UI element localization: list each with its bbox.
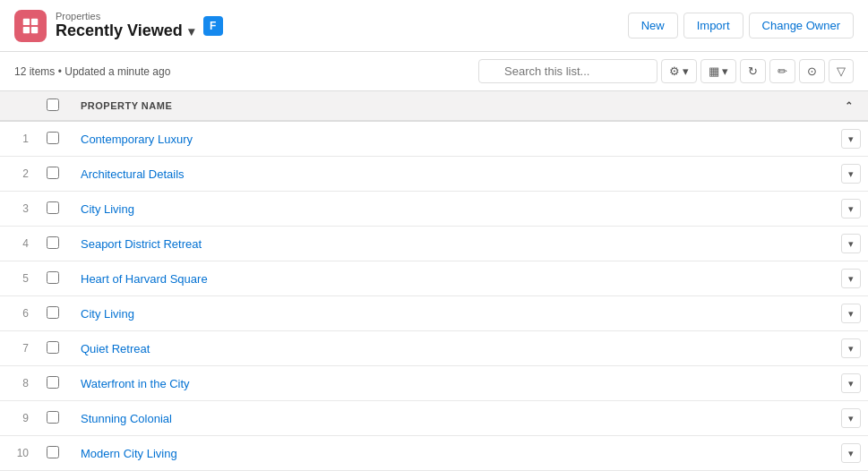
row-property-name: City Living — [70, 296, 830, 331]
row-checkbox[interactable] — [47, 236, 59, 249]
col-property-name: PROPERTY NAME — [70, 91, 830, 121]
row-action-dropdown[interactable]: ▾ — [841, 304, 861, 323]
row-checkbox[interactable] — [47, 446, 59, 458]
row-checkbox[interactable] — [47, 341, 59, 354]
row-checkbox-cell — [36, 331, 70, 366]
table-body: 1 Contemporary Luxury ▾ 2 Architectural … — [0, 121, 868, 471]
table-container: PROPERTY NAME ⌃ 1 Contemporary Luxury ▾ … — [0, 91, 868, 471]
toolbar-right: 🔍 ⚙ ▾ ▦ ▾ ↻ ✏ ⊙ ▽ — [478, 59, 854, 83]
table-row: 8 Waterfront in the City ▾ — [0, 366, 868, 401]
property-link[interactable]: City Living — [81, 307, 134, 321]
refresh-button[interactable]: ↻ — [740, 59, 766, 83]
settings-button[interactable]: ⚙ ▾ — [661, 59, 697, 83]
row-checkbox[interactable] — [47, 271, 59, 284]
edit-button[interactable]: ✏ — [769, 59, 795, 83]
row-checkbox[interactable] — [47, 306, 59, 319]
row-checkbox[interactable] — [47, 201, 59, 214]
row-dropdown-cell: ▾ — [830, 436, 868, 471]
row-action-dropdown[interactable]: ▾ — [841, 443, 861, 463]
import-button[interactable]: Import — [683, 13, 743, 39]
share-button[interactable]: ⊙ — [799, 59, 825, 83]
property-link[interactable]: Heart of Harvard Square — [81, 272, 208, 286]
pin-badge[interactable]: F — [203, 16, 223, 36]
row-dropdown-cell: ▾ — [830, 366, 868, 401]
row-dropdown-cell: ▾ — [830, 401, 868, 436]
row-checkbox[interactable] — [47, 411, 59, 424]
new-button[interactable]: New — [628, 13, 678, 39]
filter-icon: ▽ — [837, 64, 846, 78]
view-name-row: Recently Viewed ▾ — [56, 21, 194, 40]
row-dropdown-cell: ▾ — [830, 121, 868, 157]
row-checkbox-cell — [36, 157, 70, 192]
row-checkbox[interactable] — [47, 376, 59, 389]
view-name-label: Recently Viewed — [56, 21, 183, 40]
col-num — [0, 91, 36, 121]
row-checkbox-cell — [36, 121, 70, 157]
table-row: 6 City Living ▾ — [0, 296, 868, 331]
property-link[interactable]: Architectural Details — [81, 167, 185, 181]
row-checkbox-cell — [36, 192, 70, 227]
row-num: 9 — [0, 401, 36, 436]
row-num: 10 — [0, 436, 36, 471]
row-action-dropdown[interactable]: ▾ — [841, 129, 861, 149]
table-row: 10 Modern City Living ▾ — [0, 436, 868, 471]
filter-button[interactable]: ▽ — [829, 59, 854, 83]
collapse-icon[interactable]: ⌃ — [845, 100, 854, 111]
property-link[interactable]: City Living — [81, 202, 134, 216]
header-right: New Import Change Owner — [628, 13, 854, 39]
property-link[interactable]: Waterfront in the City — [81, 377, 190, 390]
property-link[interactable]: Quiet Retreat — [81, 342, 150, 355]
settings-chevron-icon: ▾ — [683, 64, 689, 78]
columns-button[interactable]: ▦ ▾ — [700, 59, 736, 83]
col-expand: ⌃ — [830, 91, 868, 121]
app-icon — [14, 10, 47, 42]
row-checkbox[interactable] — [47, 132, 59, 144]
share-icon: ⊙ — [807, 64, 817, 78]
row-action-dropdown[interactable]: ▾ — [841, 199, 861, 218]
change-owner-button[interactable]: Change Owner — [749, 13, 854, 39]
row-num: 1 — [0, 121, 36, 157]
header-bar: Properties Recently Viewed ▾ F New Impor… — [0, 0, 868, 52]
property-link[interactable]: Modern City Living — [81, 447, 177, 460]
row-action-dropdown[interactable]: ▾ — [841, 373, 861, 393]
row-dropdown-cell: ▾ — [830, 227, 868, 261]
view-name-chevron-icon[interactable]: ▾ — [188, 24, 194, 39]
table-row: 2 Architectural Details ▾ — [0, 157, 868, 192]
columns-chevron-icon: ▾ — [722, 64, 728, 78]
table-row: 1 Contemporary Luxury ▾ — [0, 121, 868, 157]
select-all-checkbox[interactable] — [47, 98, 59, 111]
pencil-icon: ✏ — [778, 64, 787, 78]
row-checkbox-cell — [36, 401, 70, 436]
svg-rect-2 — [23, 26, 30, 32]
header-left: Properties Recently Viewed ▾ F — [14, 10, 223, 42]
table-row: 4 Seaport District Retreat ▾ — [0, 227, 868, 261]
row-property-name: Contemporary Luxury — [70, 121, 830, 157]
row-num: 6 — [0, 296, 36, 331]
row-num: 7 — [0, 331, 36, 366]
property-link[interactable]: Seaport District Retreat — [81, 237, 202, 251]
row-property-name: Stunning Colonial — [70, 401, 830, 436]
row-action-dropdown[interactable]: ▾ — [841, 408, 861, 428]
table-row: 5 Heart of Harvard Square ▾ — [0, 261, 868, 296]
row-property-name: Heart of Harvard Square — [70, 261, 830, 296]
property-link[interactable]: Stunning Colonial — [81, 412, 172, 425]
row-action-dropdown[interactable]: ▾ — [841, 269, 861, 288]
header-titles: Properties Recently Viewed ▾ — [56, 11, 194, 40]
table-header-row: PROPERTY NAME ⌃ — [0, 91, 868, 121]
row-action-dropdown[interactable]: ▾ — [841, 234, 861, 253]
row-checkbox-cell — [36, 261, 70, 296]
search-input[interactable] — [478, 59, 657, 83]
table-row: 3 City Living ▾ — [0, 192, 868, 227]
row-property-name: Modern City Living — [70, 436, 830, 471]
row-property-name: City Living — [70, 192, 830, 227]
table-row: 9 Stunning Colonial ▾ — [0, 401, 868, 436]
row-action-dropdown[interactable]: ▾ — [841, 338, 861, 358]
row-action-dropdown[interactable]: ▾ — [841, 164, 861, 184]
gear-icon: ⚙ — [669, 64, 680, 78]
property-link[interactable]: Contemporary Luxury — [81, 133, 193, 146]
row-num: 2 — [0, 157, 36, 192]
columns-icon: ▦ — [709, 64, 719, 78]
row-checkbox[interactable] — [47, 167, 59, 179]
properties-table: PROPERTY NAME ⌃ 1 Contemporary Luxury ▾ … — [0, 91, 868, 471]
row-property-name: Architectural Details — [70, 157, 830, 192]
